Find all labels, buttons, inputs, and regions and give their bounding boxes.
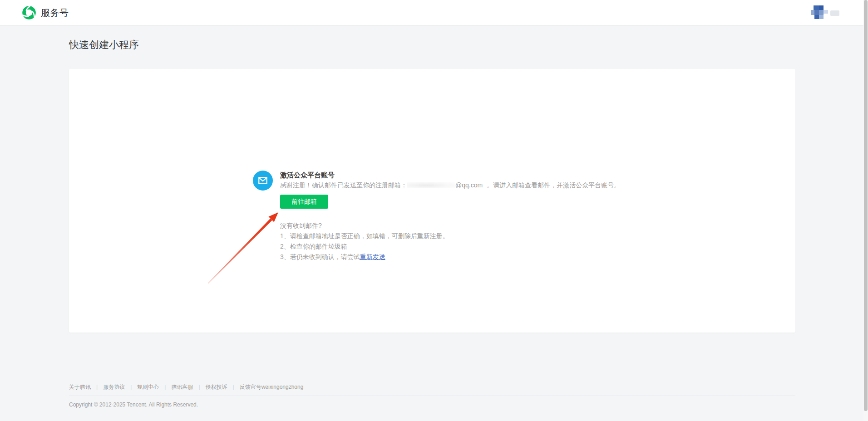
email-domain: @qq.com (455, 181, 483, 189)
no-mail-tip-3: 3、若仍未收到确认，请尝试重新发送 (280, 252, 449, 262)
no-mail-tip-1: 1、请检查邮箱地址是否正确，如填错，可删除后重新注册。 (280, 231, 449, 241)
footer-link-infringement-complaint[interactable]: 侵权投诉 (206, 384, 227, 390)
no-mail-tip-2: 2、检查你的邮件垃圾箱 (280, 241, 449, 252)
content-card (69, 69, 795, 333)
body-before: 感谢注册！确认邮件已发送至你的注册邮箱： (280, 181, 407, 189)
copyright-text: Copyright © 2012-2025 Tencent. All Right… (69, 401, 198, 408)
footer-links: 关于腾讯|服务协议|规则中心|腾讯客服|侵权投诉|反馈官号weixingongz… (69, 383, 303, 391)
resend-link[interactable]: 重新发送 (360, 253, 385, 260)
body-after: 。请进入邮箱查看邮件，并激活公众平台账号。 (487, 181, 620, 189)
top-header: 服务号 (0, 0, 868, 25)
footer-link-tencent-support[interactable]: 腾讯客服 (171, 384, 193, 390)
page-title: 快速创建小程序 (69, 38, 139, 52)
footer-divider (69, 396, 795, 396)
user-nickname-redacted (830, 10, 839, 16)
activation-body: 感谢注册！确认邮件已发送至你的注册邮箱：@qq.com。请进入邮箱查看邮件，并激… (280, 181, 620, 190)
footer-separator: | (233, 384, 234, 390)
scrollbar-track[interactable] (863, 0, 868, 421)
redacted-email (407, 182, 455, 188)
go-to-mailbox-button[interactable]: 前往邮箱 (280, 195, 328, 209)
footer-separator: | (130, 384, 132, 390)
activation-heading: 激活公众平台账号 (280, 171, 335, 180)
brand-home-link[interactable]: 服务号 (22, 5, 69, 20)
no-mail-title: 没有收到邮件? (280, 220, 449, 231)
footer-link-service-agreement[interactable]: 服务协议 (103, 384, 125, 390)
wechat-official-platform-logo-icon (22, 5, 36, 20)
footer-link-about-tencent[interactable]: 关于腾讯 (69, 384, 91, 390)
footer-separator: | (164, 384, 166, 390)
scrollbar-thumb[interactable] (864, 0, 868, 411)
user-avatar[interactable] (811, 5, 828, 20)
email-icon (253, 171, 273, 191)
no-mail-section: 没有收到邮件? 1、请检查邮箱地址是否正确，如填错，可删除后重新注册。 2、检查… (280, 220, 449, 262)
footer-separator: | (96, 384, 98, 390)
footer-link-rules-center[interactable]: 规则中心 (137, 384, 159, 390)
brand-name: 服务号 (41, 5, 69, 20)
footer-separator: | (198, 384, 200, 390)
footer-link-feedback-account[interactable]: 反馈官号weixingongzhong (240, 384, 304, 390)
